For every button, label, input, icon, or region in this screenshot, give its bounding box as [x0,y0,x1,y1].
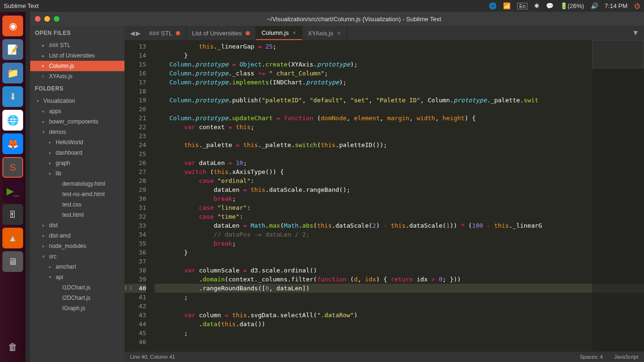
volume-icon[interactable]: 🔊 [591,2,598,9]
tab-label: ### STL [149,30,172,37]
tree-label: test.css [62,201,82,208]
wifi-icon[interactable]: 📶 [503,2,511,9]
close-window-icon[interactable] [35,16,41,22]
open-file-label: List of Universities [49,52,95,59]
tree-label: IGraph.js [62,305,85,312]
tab[interactable]: List of Universities [186,26,256,40]
folder-item[interactable]: ▾src [30,251,124,262]
folder-item[interactable]: ▸dist [30,220,124,230]
file-item[interactable]: IGraph.js [30,303,124,313]
tab-nav-back-icon[interactable]: ◀ [130,30,135,37]
tree-label: dist-amd [49,232,71,239]
launcher-notepad[interactable]: 📝 [2,39,23,60]
launcher-chrome[interactable]: 🌐 [2,110,23,131]
close-icon[interactable]: × [41,74,46,79]
launcher-firefox[interactable]: 🦊 [2,133,23,154]
open-file-item[interactable]: ●List of Universities [30,50,124,61]
folder-item[interactable]: ▸bower_components [30,116,124,127]
folder-item[interactable]: ▸apps [30,106,124,116]
window-title: ~/Visualization/src/chart/Column.js (Vis… [69,16,639,23]
dirty-dot-icon [246,31,250,35]
bluetooth-icon[interactable]: ✱ [534,2,539,9]
launcher-files[interactable]: 📁 [2,63,23,83]
tree-label: graph [56,160,70,166]
lang-indicator[interactable]: En [517,3,527,9]
tree-label: apps [49,108,61,115]
folder-item[interactable]: ▾demos [30,127,124,137]
code-editor[interactable]: this._linearGap = 25; } Column.prototype… [152,40,644,352]
file-item[interactable]: dermatology.html [30,179,124,189]
minimap[interactable] [592,40,644,352]
tree-label: bower_components [49,118,99,125]
launcher-sublime[interactable]: S [2,157,23,178]
launcher-settings[interactable]: 🎚 [2,204,23,225]
tree-label: lib [56,170,61,177]
folder-item[interactable]: ▸dashboard [30,148,124,158]
battery-icon[interactable]: 🔋(26%) [560,2,584,9]
chevron-right-icon: ▸ [42,109,46,114]
launcher-terminal[interactable]: ▶_ [2,181,23,201]
tree-label: src [49,253,57,260]
tree-label: dist [49,222,58,229]
dirty-dot-icon[interactable]: ● [41,43,46,48]
dirty-dot-icon [176,31,180,35]
folder-item[interactable]: ▸dist-amd [30,230,124,241]
status-language[interactable]: JavaScript [614,354,638,360]
status-position[interactable]: Line 40, Column 41 [130,354,175,360]
minimize-window-icon[interactable] [44,16,50,22]
open-file-label: ### STL [49,42,70,49]
sidebar: OPEN FILES ●### STL●List of Universities… [30,26,124,362]
tab[interactable]: ### STL [143,26,186,40]
folder-item[interactable]: ▾api [30,272,124,282]
app-name: Sublime Text [4,2,39,9]
tab[interactable]: Column.js× [256,26,302,40]
gutter[interactable]: 1314151617181920212223242526272829303132… [124,40,152,352]
tab-menu-icon[interactable]: ▼ [627,29,644,37]
sublime-window: ~/Visualization/src/chart/Column.js (Vis… [30,12,644,362]
chrome-indicator-icon[interactable]: 🌐 [489,2,496,9]
folder-item[interactable]: ▸lib [30,168,124,179]
close-icon[interactable]: × [292,29,296,36]
tab[interactable]: XYAxis.js× [302,26,347,40]
close-icon[interactable]: × [337,30,341,37]
file-item[interactable]: I1DChart.js [30,282,124,293]
folder-item[interactable]: ▸graph [30,158,124,168]
open-file-item[interactable]: ●### STL [30,40,124,50]
maximize-window-icon[interactable] [54,16,59,22]
chevron-right-icon: ▸ [42,119,46,124]
chevron-right-icon: ▸ [42,244,46,248]
close-icon[interactable]: × [41,64,46,69]
file-item[interactable]: test.html [30,210,124,220]
file-item[interactable]: test.css [30,199,124,210]
dirty-dot-icon[interactable]: ● [41,53,46,58]
folder-item[interactable]: ▸amchart [30,262,124,272]
tree-label: test.html [62,212,83,218]
open-file-item[interactable]: ×Column.js [30,61,124,71]
tree-label: amchart [56,263,76,270]
minimap-viewport[interactable] [592,40,644,68]
tree-label: dermatology.html [62,181,105,187]
chat-icon[interactable]: 💬 [546,2,553,9]
launcher-trash[interactable]: 🗑 [2,337,23,357]
tab-nav-forward-icon[interactable]: ▶ [136,30,140,37]
launcher-downloads[interactable]: ⬇ [2,86,23,107]
folder-item[interactable]: ▸HelloWorld [30,137,124,148]
folder-item[interactable]: ▾Visualization [30,96,124,106]
folder-item[interactable]: ▸node_modules [30,241,124,251]
open-file-label: Column.js [49,63,74,69]
launcher-display[interactable]: 🖥 [2,251,23,272]
file-item[interactable]: I2DChart.js [30,293,124,303]
file-item[interactable]: test-no-amd.html [30,189,124,199]
launcher-vlc[interactable]: ▲ [2,228,23,248]
chevron-down-icon: ▾ [42,254,46,259]
power-icon[interactable]: ⏻ [634,2,640,9]
tree-label: dashboard [56,149,83,156]
tree-label: I1DChart.js [62,284,91,291]
clock[interactable]: 7:14 PM [605,2,627,9]
tree-label: Visualization [43,98,75,104]
launcher-ubuntu[interactable]: ◉ [2,16,23,36]
chevron-right-icon: ▸ [42,223,46,228]
status-spaces[interactable]: Spaces: 4 [580,354,603,360]
window-titlebar[interactable]: ~/Visualization/src/chart/Column.js (Vis… [30,12,644,26]
open-file-item[interactable]: ×XYAxis.js [30,71,124,82]
